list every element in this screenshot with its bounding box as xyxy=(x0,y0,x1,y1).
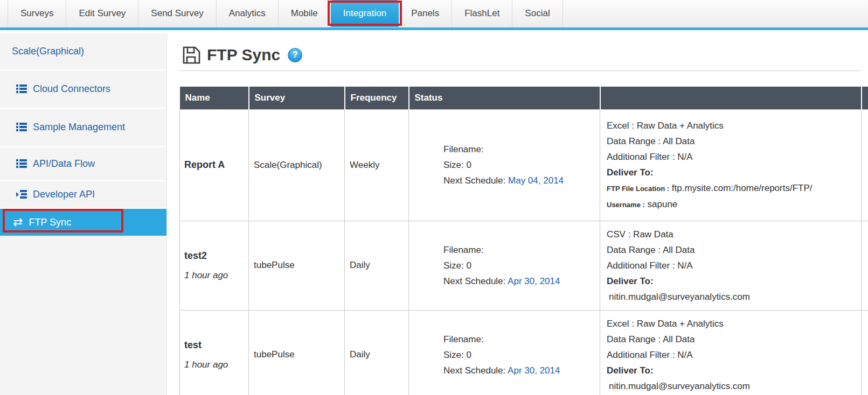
cell-name: Report A xyxy=(180,109,249,221)
tab-surveys[interactable]: Surveys xyxy=(8,0,66,27)
detail-additional-filter: Additional Filter : N/A xyxy=(607,258,858,273)
cell-frequency: Weekly xyxy=(345,109,409,221)
detail-deliver-email: nitin.mudgal@surveyanalytics.com xyxy=(607,378,858,394)
tab-flashlet[interactable]: FlashLet xyxy=(452,0,512,27)
status-next-schedule: Next Schedule: May 04, 2014 xyxy=(443,173,600,188)
detail-deliver-to: Deliver To: xyxy=(607,273,858,289)
cell-details: CSV : Raw Data Data Range : All Data Add… xyxy=(600,221,862,310)
list-icon xyxy=(16,84,27,94)
ftp-sync-table: Name Survey Frequency Status Report A Sc… xyxy=(179,87,868,395)
indent-list-icon xyxy=(16,190,27,199)
cell-status: Filename: Size: 0 Next Schedule: Apr 30,… xyxy=(409,221,600,310)
next-schedule-date-link[interactable]: May 04, 2014 xyxy=(508,175,564,186)
sidebar-item-label: Scale(Graphical) xyxy=(12,46,84,57)
column-header-name: Name xyxy=(180,87,249,109)
column-header-status: Status xyxy=(409,87,600,109)
column-header-details xyxy=(600,87,862,109)
ftp-location-value: ftp.mysite.com:/home/reports/FTP/ xyxy=(672,183,813,193)
cell-name: test2 1 hour ago xyxy=(180,221,249,310)
status-filename: Filename: xyxy=(443,142,600,157)
sidebar-item-label: Sample Management xyxy=(33,122,125,133)
cell-survey: Scale(Graphical) xyxy=(249,109,345,221)
cell-actions xyxy=(862,109,868,221)
list-icon xyxy=(16,159,27,168)
sync-age: 1 hour ago xyxy=(184,359,248,370)
sidebar-item-developer-api[interactable]: Developer API xyxy=(0,181,166,209)
detail-ftp-location: FTP File Location : ftp.mysite.com:/home… xyxy=(607,180,858,196)
page-header: FTP Sync ? xyxy=(182,46,868,64)
table-header-row: Name Survey Frequency Status xyxy=(180,87,868,109)
sync-arrows-icon: ⇄ xyxy=(13,216,23,228)
tab-mobile[interactable]: Mobile xyxy=(279,0,331,27)
cell-survey: tubePulse xyxy=(249,310,345,395)
sidebar-item-label: Cloud Connectors xyxy=(33,83,110,95)
sync-name: Report A xyxy=(184,159,248,171)
status-next-schedule: Next Schedule: Apr 30, 2014 xyxy=(443,273,600,289)
sidebar-item-label: Developer API xyxy=(33,189,95,200)
sync-name: test xyxy=(184,340,248,351)
column-header-actions xyxy=(862,87,868,109)
sidebar-item-label: FTP Sync xyxy=(29,217,71,228)
detail-username: Username : sapune xyxy=(607,196,858,213)
detail-additional-filter: Additional Filter : N/A xyxy=(607,149,858,165)
help-icon[interactable]: ? xyxy=(288,48,302,62)
sidebar: Scale(Graphical) Cloud Connectors Samp xyxy=(0,33,167,395)
sidebar-item-cloud-connectors[interactable]: Cloud Connectors xyxy=(0,70,166,109)
column-header-frequency: Frequency xyxy=(345,87,409,109)
status-next-schedule: Next Schedule: Apr 30, 2014 xyxy=(443,363,600,378)
content-layout: Scale(Graphical) Cloud Connectors Samp xyxy=(0,30,868,395)
detail-deliver-email: nitin.mudgal@surveyanalytics.com xyxy=(607,289,858,305)
status-size: Size: 0 xyxy=(443,258,600,273)
table-row: Report A Scale(Graphical) Weekly Filenam… xyxy=(180,109,868,221)
cell-actions xyxy=(862,221,868,310)
sync-name: test2 xyxy=(184,250,248,262)
tab-send-survey[interactable]: Send Survey xyxy=(138,0,216,27)
main-content: FTP Sync ? Name Survey Frequency Status xyxy=(167,30,868,395)
cell-status: Filename: Size: 0 Next Schedule: May 04,… xyxy=(409,109,600,221)
status-size: Size: 0 xyxy=(443,157,600,173)
sidebar-item-api-data-flow[interactable]: API/Data Flow xyxy=(0,147,166,181)
next-schedule-date-link[interactable]: Apr 30, 2014 xyxy=(508,276,560,286)
sync-age: 1 hour ago xyxy=(184,270,248,281)
cell-details: Excel : Raw Data + Analytics Data Range … xyxy=(600,109,862,221)
title-divider xyxy=(179,70,860,71)
cell-name: test 1 hour ago xyxy=(180,310,249,395)
detail-deliver-to: Deliver To: xyxy=(607,363,858,378)
detail-format: Excel : Raw Data + Analytics xyxy=(607,118,858,133)
table-row: test2 1 hour ago tubePulse Daily Filenam… xyxy=(180,221,868,310)
detail-format: Excel : Raw Data + Analytics xyxy=(607,316,858,331)
ftp-location-label: FTP File Location : xyxy=(607,185,669,193)
detail-data-range: Data Range : All Data xyxy=(607,242,858,258)
cell-status: Filename: Size: 0 Next Schedule: Apr 30,… xyxy=(409,310,600,395)
cell-frequency: Daily xyxy=(345,310,409,395)
sidebar-item-ftp-sync[interactable]: ⇄ FTP Sync xyxy=(0,209,166,236)
next-schedule-label: Next Schedule: xyxy=(443,365,505,376)
list-icon xyxy=(16,123,27,132)
next-schedule-date-link[interactable]: Apr 30, 2014 xyxy=(508,365,560,376)
next-schedule-label: Next Schedule: xyxy=(443,276,505,286)
floppy-disk-icon xyxy=(182,46,200,64)
detail-format: CSV : Raw Data xyxy=(607,227,858,242)
tab-integration-label: Integration xyxy=(343,8,386,18)
cell-actions xyxy=(862,310,868,395)
sidebar-item-sample-management[interactable]: Sample Management xyxy=(0,109,166,147)
sidebar-item-scale-graphical[interactable]: Scale(Graphical) xyxy=(0,33,166,70)
page-title: FTP Sync xyxy=(207,46,280,64)
tab-social[interactable]: Social xyxy=(512,0,563,27)
status-filename: Filename: xyxy=(443,331,600,347)
column-header-survey: Survey xyxy=(249,87,345,109)
status-filename: Filename: xyxy=(443,242,600,258)
detail-additional-filter: Additional Filter : N/A xyxy=(607,347,858,363)
table-row: test 1 hour ago tubePulse Daily Filename… xyxy=(180,310,868,395)
tab-analytics[interactable]: Analytics xyxy=(217,0,279,27)
next-schedule-label: Next Schedule: xyxy=(443,175,505,186)
username-value: sapune xyxy=(648,199,678,209)
sidebar-item-label: API/Data Flow xyxy=(33,158,95,170)
cell-survey: tubePulse xyxy=(249,221,345,310)
detail-deliver-to: Deliver To: xyxy=(607,165,858,180)
tab-panels[interactable]: Panels xyxy=(399,0,452,27)
tab-edit-survey[interactable]: Edit Survey xyxy=(66,0,138,27)
cell-details: Excel : Raw Data + Analytics Data Range … xyxy=(600,310,862,395)
tab-integration[interactable]: Integration xyxy=(331,0,399,27)
detail-data-range: Data Range : All Data xyxy=(607,331,858,347)
